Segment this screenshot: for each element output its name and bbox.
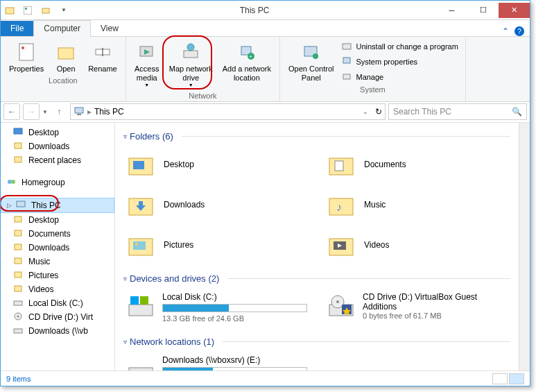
properties-button[interactable]: Properties xyxy=(5,40,48,75)
svg-rect-18 xyxy=(343,44,351,49)
content-scrollbar[interactable] xyxy=(519,123,530,370)
svg-rect-30 xyxy=(15,230,21,236)
sidebar-item-pc-documents[interactable]: Documents xyxy=(1,227,114,241)
svg-rect-61 xyxy=(129,368,153,370)
folder-videos[interactable]: Videos xyxy=(324,228,510,262)
ribbon-collapse-icon[interactable]: ⌃ xyxy=(502,26,509,36)
svg-point-27 xyxy=(11,180,15,184)
svg-rect-48 xyxy=(133,241,146,250)
ribbon-group-location: Properties Open Rename Location xyxy=(1,37,126,101)
sidebar-item-recent[interactable]: Recent places xyxy=(1,153,114,167)
sidebar-item-downloads[interactable]: Downloads xyxy=(1,139,114,153)
minimize-button[interactable]: ─ xyxy=(436,3,467,18)
open-button[interactable]: Open xyxy=(49,40,83,75)
collapse-icon[interactable]: ▿ xyxy=(123,133,127,140)
group-header-network[interactable]: ▿ Network locations (1) xyxy=(123,336,510,347)
sidebar-item-network-downloads[interactable]: Downloads (\\vb xyxy=(1,324,114,338)
svg-point-5 xyxy=(21,46,24,49)
folder-documents[interactable]: Documents xyxy=(324,147,510,182)
tab-file[interactable]: File xyxy=(1,21,33,36)
rename-button[interactable]: Rename xyxy=(84,40,121,75)
drive-network-downloads[interactable]: Downloads (\\vboxsrv) (E:) xyxy=(123,352,310,370)
sidebar-item-pc-downloads[interactable]: Downloads xyxy=(1,241,114,255)
address-dropdown-icon[interactable]: ⌄ xyxy=(363,108,368,115)
uninstall-icon xyxy=(342,41,353,52)
group-header-devices[interactable]: ▿ Devices and drives (2) xyxy=(123,273,510,284)
map-network-drive-button[interactable]: Map network drive ▼ xyxy=(165,40,217,90)
ribbon: Properties Open Rename Location Access m… xyxy=(1,37,530,102)
group-header-folders[interactable]: ▿ Folders (6) xyxy=(123,131,510,142)
sidebar-item-pc-pictures[interactable]: Pictures xyxy=(1,269,114,282)
tab-computer[interactable]: Computer xyxy=(33,20,91,37)
add-network-location-button[interactable]: + Add a network location xyxy=(218,40,275,90)
svg-rect-40 xyxy=(133,161,144,169)
svg-rect-53 xyxy=(129,305,153,316)
open-control-panel-button[interactable]: Open Control Panel xyxy=(284,40,338,84)
address-bar[interactable]: ▸ This PC ⌄ ↻ xyxy=(70,103,386,120)
help-icon[interactable]: ? xyxy=(515,26,524,36)
svg-point-37 xyxy=(17,315,19,317)
qat-dropdown-icon[interactable]: ▼ xyxy=(58,4,70,17)
sidebar-item-local-disk[interactable]: Local Disk (C:) xyxy=(1,296,114,310)
sidebar-item-desktop[interactable]: Desktop xyxy=(1,126,114,139)
qat-newfolder-icon[interactable] xyxy=(40,4,52,17)
manage-button[interactable]: Manage xyxy=(339,70,460,84)
svg-point-12 xyxy=(187,44,194,51)
body: Desktop Downloads Recent places Homegrou… xyxy=(1,123,530,370)
sidebar-item-cd-drive[interactable]: CD Drive (D:) Virt xyxy=(1,310,114,324)
titlebar: ▼ This PC ─ ☐ ✕ xyxy=(1,1,530,20)
add-location-icon: + xyxy=(236,41,258,63)
hdd-icon xyxy=(126,292,155,321)
folder-desktop[interactable]: Desktop xyxy=(123,147,310,182)
nav-back-button[interactable]: ← xyxy=(3,103,20,120)
svg-rect-2 xyxy=(25,8,27,10)
system-properties-button[interactable]: System properties xyxy=(339,55,460,69)
svg-rect-32 xyxy=(15,258,21,264)
search-box[interactable]: Search This PC 🔍 xyxy=(388,103,527,120)
sidebar-item-pc-desktop[interactable]: Desktop xyxy=(1,213,114,227)
maximize-button[interactable]: ☐ xyxy=(467,3,499,18)
properties-icon xyxy=(15,41,37,63)
drive-cd[interactable]: CD Drive (D:) VirtualBox Guest Additions… xyxy=(324,289,510,325)
folder-music[interactable]: ♪Music xyxy=(324,187,510,222)
media-icon xyxy=(136,41,158,63)
collapse-icon[interactable]: ▿ xyxy=(123,275,127,282)
rename-icon xyxy=(92,41,114,63)
nav-forward-button[interactable]: → xyxy=(23,103,40,120)
ribbon-tabs: File Computer View ⌃ ? xyxy=(1,20,530,37)
drive-local-disk[interactable]: Local Disk (C:) 13.3 GB free of 24.6 GB xyxy=(123,289,310,325)
sidebar-item-pc-music[interactable]: Music xyxy=(1,255,114,269)
svg-rect-20 xyxy=(343,74,350,79)
svg-point-49 xyxy=(135,243,138,246)
sidebar-item-homegroup[interactable]: Homegroup xyxy=(1,176,114,189)
network-drive-icon xyxy=(180,41,202,63)
sidebar-item-this-pc[interactable]: ▷This PC xyxy=(1,198,114,213)
manage-icon xyxy=(342,71,353,83)
network-drive-icon xyxy=(126,355,155,370)
search-icon: 🔍 xyxy=(512,107,522,117)
svg-text:♪: ♪ xyxy=(336,201,342,213)
svg-rect-25 xyxy=(15,157,21,162)
nav-recent-dropdown[interactable]: ▼ xyxy=(42,109,48,115)
svg-rect-21 xyxy=(75,108,83,113)
svg-text:+: + xyxy=(249,53,252,60)
svg-rect-0 xyxy=(6,8,14,14)
refresh-icon[interactable]: ↻ xyxy=(375,107,382,117)
sidebar-item-pc-videos[interactable]: Videos xyxy=(1,282,114,296)
content-pane[interactable]: ▿ Folders (6) Desktop Documents Download… xyxy=(115,123,519,370)
view-details-button[interactable] xyxy=(492,373,508,384)
cd-drive-icon xyxy=(327,292,356,321)
access-media-button[interactable]: Access media ▼ xyxy=(130,40,164,90)
qat-properties-icon[interactable] xyxy=(21,4,34,17)
navigation-pane[interactable]: Desktop Downloads Recent places Homegrou… xyxy=(1,123,115,370)
svg-rect-23 xyxy=(14,128,22,134)
svg-rect-3 xyxy=(42,8,49,13)
folder-pictures[interactable]: Pictures xyxy=(123,228,310,262)
view-tiles-button[interactable] xyxy=(509,373,524,384)
uninstall-program-button[interactable]: Uninstall or change a program xyxy=(339,40,460,53)
tab-view[interactable]: View xyxy=(91,21,128,36)
collapse-icon[interactable]: ▿ xyxy=(123,338,127,346)
folder-downloads[interactable]: Downloads xyxy=(123,187,310,222)
nav-up-button[interactable]: ↑ xyxy=(51,103,67,120)
close-button[interactable]: ✕ xyxy=(499,3,530,18)
